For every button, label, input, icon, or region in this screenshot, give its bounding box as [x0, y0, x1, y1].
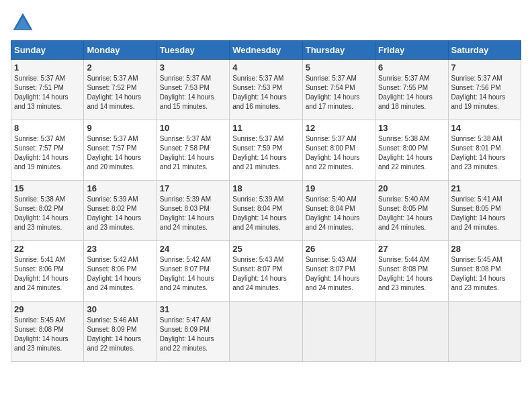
day-number: 21 — [451, 183, 518, 193]
day-number: 25 — [232, 244, 299, 254]
cell-info: Sunrise: 5:45 AMSunset: 8:08 PMDaylight:… — [14, 316, 81, 353]
calendar-cell: 13Sunrise: 5:38 AMSunset: 8:00 PMDayligh… — [375, 120, 448, 181]
calendar-cell: 1Sunrise: 5:37 AMSunset: 7:51 PMDaylight… — [11, 60, 84, 120]
day-number: 3 — [160, 62, 226, 73]
cell-info: Sunrise: 5:37 AMSunset: 7:52 PMDaylight:… — [87, 74, 153, 111]
calendar-cell: 3Sunrise: 5:37 AMSunset: 7:53 PMDaylight… — [157, 60, 229, 120]
logo — [11, 11, 38, 35]
cell-info: Sunrise: 5:39 AMSunset: 8:02 PMDaylight:… — [87, 195, 153, 232]
calendar-cell: 24Sunrise: 5:42 AMSunset: 8:07 PMDayligh… — [157, 241, 229, 302]
cell-info: Sunrise: 5:39 AMSunset: 8:04 PMDaylight:… — [232, 195, 299, 232]
day-number: 11 — [232, 123, 299, 133]
calendar-cell: 30Sunrise: 5:46 AMSunset: 8:09 PMDayligh… — [84, 302, 157, 362]
header-day-monday: Monday — [84, 41, 157, 60]
day-number: 4 — [232, 62, 299, 73]
calendar-cell: 27Sunrise: 5:44 AMSunset: 8:08 PMDayligh… — [375, 241, 448, 302]
header-day-saturday: Saturday — [448, 41, 521, 60]
day-number: 5 — [306, 62, 372, 73]
week-row-2: 8Sunrise: 5:37 AMSunset: 7:57 PMDaylight… — [11, 120, 521, 181]
header-day-thursday: Thursday — [302, 41, 375, 60]
week-row-5: 29Sunrise: 5:45 AMSunset: 8:08 PMDayligh… — [11, 302, 521, 362]
day-number: 23 — [87, 244, 153, 254]
header-day-sunday: Sunday — [11, 41, 84, 60]
calendar-header: SundayMondayTuesdayWednesdayThursdayFrid… — [11, 41, 521, 60]
cell-info: Sunrise: 5:37 AMSunset: 7:57 PMDaylight:… — [87, 134, 153, 172]
calendar-cell — [448, 302, 521, 362]
cell-info: Sunrise: 5:43 AMSunset: 8:07 PMDaylight:… — [232, 255, 299, 293]
calendar-cell: 28Sunrise: 5:45 AMSunset: 8:08 PMDayligh… — [448, 241, 521, 302]
calendar-cell: 8Sunrise: 5:37 AMSunset: 7:57 PMDaylight… — [11, 120, 84, 181]
day-number: 24 — [160, 244, 226, 254]
day-number: 22 — [14, 244, 81, 254]
week-row-3: 15Sunrise: 5:38 AMSunset: 8:02 PMDayligh… — [11, 181, 521, 241]
calendar-cell: 10Sunrise: 5:37 AMSunset: 7:58 PMDayligh… — [157, 120, 229, 181]
day-number: 18 — [232, 183, 299, 193]
calendar-cell: 20Sunrise: 5:40 AMSunset: 8:05 PMDayligh… — [375, 181, 448, 241]
day-number: 31 — [160, 304, 226, 314]
cell-info: Sunrise: 5:37 AMSunset: 7:51 PMDaylight:… — [14, 74, 81, 111]
calendar-cell: 17Sunrise: 5:39 AMSunset: 8:03 PMDayligh… — [157, 181, 229, 241]
calendar-cell: 15Sunrise: 5:38 AMSunset: 8:02 PMDayligh… — [11, 181, 84, 241]
calendar-cell: 5Sunrise: 5:37 AMSunset: 7:54 PMDaylight… — [302, 60, 375, 120]
calendar-cell: 31Sunrise: 5:47 AMSunset: 8:09 PMDayligh… — [157, 302, 229, 362]
cell-info: Sunrise: 5:37 AMSunset: 7:53 PMDaylight:… — [160, 74, 226, 111]
cell-info: Sunrise: 5:39 AMSunset: 8:03 PMDaylight:… — [160, 195, 226, 232]
logo-icon — [11, 11, 35, 35]
week-row-4: 22Sunrise: 5:41 AMSunset: 8:06 PMDayligh… — [11, 241, 521, 302]
header-row: SundayMondayTuesdayWednesdayThursdayFrid… — [11, 41, 521, 60]
cell-info: Sunrise: 5:37 AMSunset: 7:53 PMDaylight:… — [232, 74, 299, 111]
cell-info: Sunrise: 5:42 AMSunset: 8:07 PMDaylight:… — [160, 255, 226, 293]
calendar-table: SundayMondayTuesdayWednesdayThursdayFrid… — [11, 40, 521, 362]
cell-info: Sunrise: 5:41 AMSunset: 8:05 PMDaylight:… — [451, 195, 518, 232]
calendar-cell: 25Sunrise: 5:43 AMSunset: 8:07 PMDayligh… — [230, 241, 302, 302]
calendar-cell: 4Sunrise: 5:37 AMSunset: 7:53 PMDaylight… — [230, 60, 302, 120]
header-day-tuesday: Tuesday — [157, 41, 229, 60]
day-number: 9 — [87, 123, 153, 133]
day-number: 12 — [306, 123, 372, 133]
day-number: 29 — [14, 304, 81, 314]
cell-info: Sunrise: 5:38 AMSunset: 8:01 PMDaylight:… — [451, 134, 518, 172]
calendar-cell: 14Sunrise: 5:38 AMSunset: 8:01 PMDayligh… — [448, 120, 521, 181]
cell-info: Sunrise: 5:38 AMSunset: 8:00 PMDaylight:… — [378, 134, 445, 172]
cell-info: Sunrise: 5:40 AMSunset: 8:05 PMDaylight:… — [378, 195, 445, 232]
day-number: 7 — [451, 62, 518, 73]
calendar-cell: 12Sunrise: 5:37 AMSunset: 8:00 PMDayligh… — [302, 120, 375, 181]
cell-info: Sunrise: 5:37 AMSunset: 7:56 PMDaylight:… — [451, 74, 518, 111]
day-number: 20 — [378, 183, 445, 193]
day-number: 13 — [378, 123, 445, 133]
cell-info: Sunrise: 5:37 AMSunset: 7:55 PMDaylight:… — [378, 74, 445, 111]
day-number: 2 — [87, 62, 153, 73]
day-number: 27 — [378, 244, 445, 254]
cell-info: Sunrise: 5:45 AMSunset: 8:08 PMDaylight:… — [451, 255, 518, 293]
header-day-wednesday: Wednesday — [230, 41, 302, 60]
day-number: 19 — [306, 183, 372, 193]
day-number: 15 — [14, 183, 81, 193]
cell-info: Sunrise: 5:44 AMSunset: 8:08 PMDaylight:… — [378, 255, 445, 293]
cell-info: Sunrise: 5:42 AMSunset: 8:06 PMDaylight:… — [87, 255, 153, 293]
calendar-cell: 9Sunrise: 5:37 AMSunset: 7:57 PMDaylight… — [84, 120, 157, 181]
calendar-cell: 29Sunrise: 5:45 AMSunset: 8:08 PMDayligh… — [11, 302, 84, 362]
calendar-cell: 7Sunrise: 5:37 AMSunset: 7:56 PMDaylight… — [448, 60, 521, 120]
cell-info: Sunrise: 5:37 AMSunset: 7:58 PMDaylight:… — [160, 134, 226, 172]
day-number: 10 — [160, 123, 226, 133]
cell-info: Sunrise: 5:37 AMSunset: 7:59 PMDaylight:… — [232, 134, 299, 172]
calendar-cell: 2Sunrise: 5:37 AMSunset: 7:52 PMDaylight… — [84, 60, 157, 120]
calendar-cell: 6Sunrise: 5:37 AMSunset: 7:55 PMDaylight… — [375, 60, 448, 120]
day-number: 14 — [451, 123, 518, 133]
header-day-friday: Friday — [375, 41, 448, 60]
day-number: 8 — [14, 123, 81, 133]
calendar-cell — [230, 302, 302, 362]
cell-info: Sunrise: 5:38 AMSunset: 8:02 PMDaylight:… — [14, 195, 81, 232]
calendar-cell — [375, 302, 448, 362]
calendar-body: 1Sunrise: 5:37 AMSunset: 7:51 PMDaylight… — [11, 60, 521, 362]
day-number: 17 — [160, 183, 226, 193]
cell-info: Sunrise: 5:40 AMSunset: 8:04 PMDaylight:… — [306, 195, 372, 232]
header — [11, 11, 521, 35]
day-number: 6 — [378, 62, 445, 73]
calendar-cell: 11Sunrise: 5:37 AMSunset: 7:59 PMDayligh… — [230, 120, 302, 181]
day-number: 28 — [451, 244, 518, 254]
calendar-cell: 19Sunrise: 5:40 AMSunset: 8:04 PMDayligh… — [302, 181, 375, 241]
day-number: 1 — [14, 62, 81, 73]
calendar-cell: 23Sunrise: 5:42 AMSunset: 8:06 PMDayligh… — [84, 241, 157, 302]
cell-info: Sunrise: 5:47 AMSunset: 8:09 PMDaylight:… — [160, 316, 226, 353]
